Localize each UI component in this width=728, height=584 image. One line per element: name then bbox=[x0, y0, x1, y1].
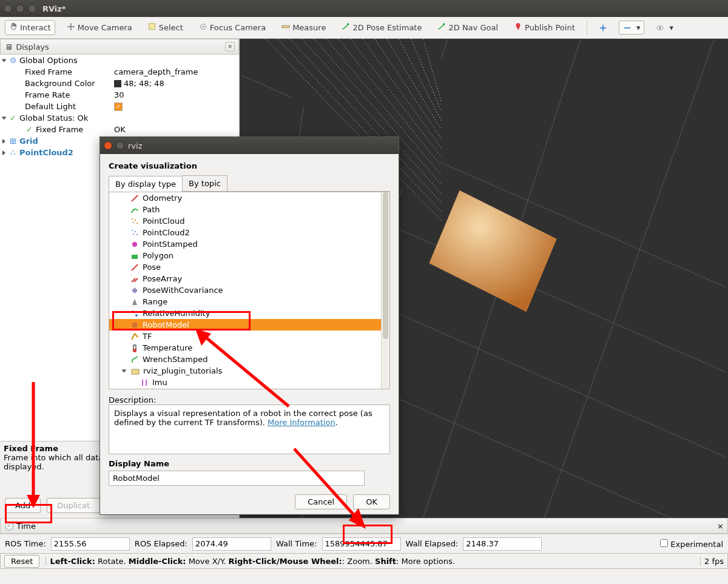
duplicate-button[interactable]: Duplicat bbox=[47, 498, 100, 513]
list-item[interactable]: PointCloud bbox=[109, 215, 389, 227]
more-info-link[interactable]: More Information bbox=[268, 418, 335, 427]
window-maximize-icon[interactable] bbox=[28, 4, 36, 13]
description-box: Displays a visual representation of a ro… bbox=[109, 404, 390, 454]
svg-point-2 bbox=[203, 26, 204, 28]
dialog-titlebar[interactable]: rviz bbox=[100, 137, 399, 154]
type-icon bbox=[130, 263, 139, 272]
type-icon bbox=[130, 240, 139, 249]
svg-rect-34 bbox=[132, 369, 139, 374]
pin-icon bbox=[514, 22, 522, 33]
svg-rect-0 bbox=[149, 24, 155, 30]
measure-button[interactable]: Measure bbox=[277, 20, 330, 35]
wall-time-field[interactable] bbox=[322, 537, 401, 551]
publish-point-button[interactable]: Publish Point bbox=[510, 20, 579, 35]
ok-button[interactable]: OK bbox=[353, 494, 390, 509]
interact-button[interactable]: Interact bbox=[5, 20, 55, 35]
list-item[interactable]: Polygon bbox=[109, 250, 389, 261]
list-item[interactable]: Path bbox=[109, 204, 389, 215]
bg-color-value[interactable]: 48; 48; 48 bbox=[114, 79, 239, 88]
list-item[interactable]: Pose bbox=[109, 261, 389, 273]
focus-icon bbox=[199, 22, 207, 33]
add-display-icon-button[interactable] bbox=[595, 21, 612, 35]
remove-display-icon-button[interactable]: ▾ bbox=[619, 21, 645, 35]
default-light-checkbox[interactable]: ✓ bbox=[114, 102, 123, 111]
svg-point-30 bbox=[135, 314, 138, 317]
display-name-label: Display Name bbox=[109, 459, 390, 468]
pose-estimate-button[interactable]: 2D Pose Estimate bbox=[337, 20, 426, 35]
main-titlebar: RViz* bbox=[0, 0, 728, 17]
list-item[interactable]: PoseWithCovariance bbox=[109, 284, 389, 296]
description-label: Description: bbox=[109, 395, 390, 404]
displays-header[interactable]: 🖥 Displays × bbox=[0, 39, 239, 55]
display-name-input[interactable] bbox=[109, 471, 365, 486]
list-item[interactable]: RelativeHumidity bbox=[109, 307, 389, 319]
arrow-green-icon bbox=[342, 22, 350, 33]
time-panel-header[interactable]: 🕘 Time × bbox=[0, 518, 728, 534]
frame-rate-value[interactable]: 30 bbox=[114, 90, 239, 99]
svg-point-26 bbox=[132, 242, 137, 247]
close-icon[interactable]: × bbox=[225, 42, 235, 52]
select-button[interactable]: Select bbox=[144, 20, 187, 35]
monitor-icon: 🖥 bbox=[4, 42, 13, 52]
reset-button[interactable]: Reset bbox=[4, 555, 39, 568]
svg-point-22 bbox=[132, 230, 133, 231]
svg-point-18 bbox=[132, 218, 133, 220]
list-item[interactable]: Range bbox=[109, 296, 389, 307]
list-item[interactable]: PointCloud2 bbox=[109, 227, 389, 238]
list-item[interactable]: Imu bbox=[109, 377, 389, 388]
type-icon bbox=[130, 205, 139, 214]
window-close-icon[interactable] bbox=[4, 4, 12, 13]
folder-icon bbox=[130, 366, 140, 375]
visibility-icon-button[interactable]: ▾ bbox=[652, 21, 678, 35]
experimental-checkbox[interactable]: Experimental bbox=[660, 539, 723, 549]
ros-time-field[interactable] bbox=[51, 537, 130, 551]
list-item[interactable]: RobotModel bbox=[109, 319, 389, 331]
dialog-minimize-icon[interactable] bbox=[116, 141, 124, 150]
svg-point-20 bbox=[133, 222, 134, 223]
svg-point-29 bbox=[132, 310, 134, 313]
nav-goal-button[interactable]: 2D Nav Goal bbox=[433, 20, 502, 35]
svg-point-21 bbox=[136, 223, 138, 224]
focus-camera-button[interactable]: Focus Camera bbox=[195, 20, 270, 35]
list-item[interactable]: PoseArray bbox=[109, 273, 389, 284]
list-item[interactable]: Temperature bbox=[109, 342, 389, 354]
dialog-close-icon[interactable] bbox=[104, 141, 112, 150]
svg-rect-27 bbox=[132, 255, 138, 259]
cancel-button[interactable]: Cancel bbox=[295, 494, 347, 509]
color-swatch bbox=[114, 80, 121, 87]
hand-icon bbox=[9, 22, 18, 33]
scrollbar[interactable] bbox=[381, 192, 389, 389]
type-icon bbox=[130, 355, 139, 364]
list-item[interactable]: rviz_plugin_tutorials bbox=[109, 365, 389, 377]
status-bar: Reset Left-Click: Rotate. Middle-Click: … bbox=[0, 553, 728, 569]
tab-by-topic[interactable]: By topic bbox=[182, 175, 228, 191]
display-type-list[interactable]: OdometryPathPointCloudPointCloud2PointSt… bbox=[109, 192, 390, 389]
ros-elapsed-field[interactable] bbox=[192, 537, 271, 551]
list-item[interactable]: Odometry bbox=[109, 192, 389, 204]
dialog-heading: Create visualization bbox=[109, 161, 390, 170]
toolbar-separator bbox=[587, 21, 587, 35]
time-panel: ROS Time: ROS Elapsed: Wall Time: Wall E… bbox=[0, 534, 728, 553]
wall-elapsed-field[interactable] bbox=[463, 537, 542, 551]
pointcloud-icon: ∴ bbox=[8, 148, 18, 157]
gear-icon: ⚙ bbox=[8, 56, 18, 65]
close-icon[interactable]: × bbox=[717, 522, 724, 531]
list-item[interactable]: WrenchStamped bbox=[109, 354, 389, 365]
ruler-icon bbox=[281, 22, 290, 33]
list-item[interactable]: TF bbox=[109, 331, 389, 342]
list-item[interactable]: PointStamped bbox=[109, 238, 389, 250]
fixed-frame-value[interactable]: camera_depth_frame bbox=[114, 67, 239, 76]
svg-rect-3 bbox=[282, 25, 289, 28]
window-minimize-icon[interactable] bbox=[16, 4, 24, 13]
add-button[interactable]: Add bbox=[5, 498, 41, 513]
fps-label: 2 fps bbox=[700, 557, 724, 566]
create-visualization-dialog: rviz Create visualization By display typ… bbox=[99, 136, 399, 515]
check-icon: ✓ bbox=[8, 113, 18, 123]
svg-point-5 bbox=[659, 27, 662, 29]
svg-point-25 bbox=[136, 234, 138, 235]
svg-rect-31 bbox=[132, 323, 137, 327]
move-camera-button[interactable]: Move Camera bbox=[62, 20, 136, 35]
grid-icon: ⊞ bbox=[8, 136, 18, 146]
tab-by-display-type[interactable]: By display type bbox=[109, 176, 183, 192]
check-icon: ✓ bbox=[25, 125, 34, 134]
